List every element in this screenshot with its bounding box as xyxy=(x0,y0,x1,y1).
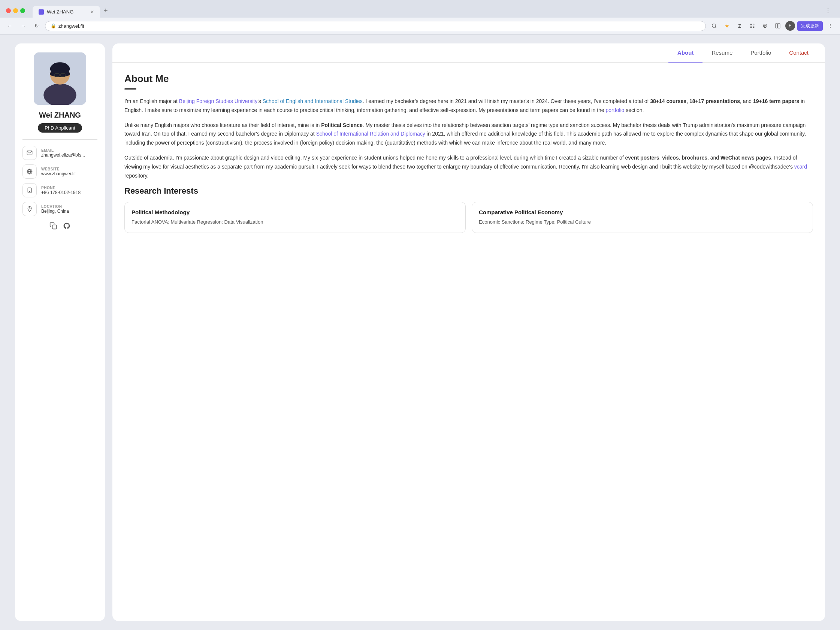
traffic-lights xyxy=(6,8,25,13)
contact-item-email: EMAIL zhangwei.eliza@bfs... xyxy=(22,146,98,160)
research-card-1-body: Factorial ANOVA; Multivariate Regression… xyxy=(131,218,459,226)
address-text: zhangwei.fit xyxy=(58,23,84,29)
research-interests-title: Research Interests xyxy=(125,186,813,196)
contact-item-website: WEBSITE www.zhangwei.fit xyxy=(22,164,98,178)
svg-point-0 xyxy=(712,24,715,27)
paragraph-1: I'm an English major at Beijing Foreign … xyxy=(125,97,813,115)
refresh-button[interactable]: ↻ xyxy=(32,21,42,31)
svg-rect-4 xyxy=(778,24,780,28)
reader-mode-button[interactable] xyxy=(760,21,770,31)
vcard-link[interactable]: vcard xyxy=(794,164,807,170)
website-label: WEBSITE xyxy=(41,167,76,171)
presentations-stat: 18+17 presentations xyxy=(689,98,740,104)
email-value: zhangwei.eliza@bfs... xyxy=(41,152,85,158)
wechat-text: WeChat news pages xyxy=(720,155,771,161)
content-area: About Me I'm an English major at Beijing… xyxy=(112,63,825,243)
split-view-button[interactable] xyxy=(772,21,783,31)
phone-icon-box xyxy=(22,183,37,197)
sird-link[interactable]: School of International Relation and Dip… xyxy=(316,131,425,137)
copy-link-button[interactable] xyxy=(49,222,57,232)
bookmark-button[interactable]: ★ xyxy=(722,21,732,31)
search-button[interactable] xyxy=(709,21,719,31)
svg-point-16 xyxy=(29,191,30,192)
nav-tabs: About Resume Portfolio Contact xyxy=(112,43,825,63)
email-label: EMAIL xyxy=(41,148,85,152)
user-avatar-button[interactable]: E xyxy=(785,21,795,31)
more-options-button[interactable]: ⋮ xyxy=(822,6,834,16)
brochures-text: brochures xyxy=(682,155,707,161)
profile-name: Wei ZHANG xyxy=(39,111,81,120)
sidebar-card: Wei ZHANG PhD Applicant EMAIL zhangwei.e… xyxy=(15,43,105,621)
tab-title: Wei ZHANG xyxy=(47,9,73,14)
tab-close-button[interactable]: ✕ xyxy=(90,9,94,14)
phone-label: PHONE xyxy=(41,186,81,190)
page-content: Wei ZHANG PhD Applicant EMAIL zhangwei.e… xyxy=(0,35,840,630)
research-card-2: Comparative Political Economy Economic S… xyxy=(472,202,813,233)
posters-text: event posters xyxy=(625,155,659,161)
email-icon-box xyxy=(22,146,37,160)
menu-button[interactable]: ⋮ xyxy=(825,21,835,31)
github-link-button[interactable] xyxy=(63,222,70,232)
svg-rect-15 xyxy=(28,188,31,193)
browser-toolbar: ← → ↻ 🔒 zhangwei.fit ★ Z xyxy=(0,17,840,34)
research-card-2-title: Comparative Political Economy xyxy=(479,209,806,215)
tab-contact[interactable]: Contact xyxy=(780,43,818,63)
profile-badge: PhD Applicant xyxy=(38,123,82,133)
svg-rect-18 xyxy=(52,225,57,229)
main-content: About Resume Portfolio Contact About Me … xyxy=(112,43,825,621)
maximize-window-button[interactable] xyxy=(20,8,25,13)
about-me-title: About Me xyxy=(125,73,813,85)
divider xyxy=(22,139,98,140)
paragraph-3: Outside of academia, I'm passionate abou… xyxy=(125,153,813,180)
contact-item-location: LOCATION Beijing, China xyxy=(22,202,98,216)
research-card-1: Political Methodology Factorial ANOVA; M… xyxy=(125,202,466,233)
svg-rect-3 xyxy=(775,24,777,28)
forward-button[interactable]: → xyxy=(18,21,28,31)
extensions-button[interactable] xyxy=(747,21,758,31)
title-underline xyxy=(125,88,136,90)
research-cards: Political Methodology Factorial ANOVA; M… xyxy=(125,202,813,233)
location-value: Beijing, China xyxy=(41,208,69,214)
location-icon-box xyxy=(22,202,37,216)
toolbar-actions: ★ Z E 完成更新 ⋮ xyxy=(709,21,835,31)
tab-favicon xyxy=(39,9,44,14)
contact-list: EMAIL zhangwei.eliza@bfs... WEBSITE www.… xyxy=(22,146,98,216)
back-button[interactable]: ← xyxy=(5,21,15,31)
svg-point-9 xyxy=(50,70,70,77)
phone-value: +86 178-0102-1918 xyxy=(41,190,81,195)
contact-item-phone: PHONE +86 178-0102-1918 xyxy=(22,183,98,197)
tab-portfolio[interactable]: Portfolio xyxy=(742,43,780,63)
poli-sci-text: Political Science xyxy=(321,122,363,128)
address-bar[interactable]: 🔒 zhangwei.fit xyxy=(45,21,706,31)
research-card-2-body: Economic Sanctions; Regime Type; Politic… xyxy=(479,218,806,226)
bfsu-link[interactable]: Beijing Foreign Studies University xyxy=(179,98,257,104)
browser-tab[interactable]: Wei ZHANG ✕ xyxy=(33,6,100,17)
portfolio-link[interactable]: portfolio xyxy=(606,107,625,113)
close-window-button[interactable] xyxy=(6,8,11,13)
paragraph-2: Unlike many English majors who choose li… xyxy=(125,121,813,148)
minimize-window-button[interactable] xyxy=(13,8,18,13)
social-links xyxy=(49,222,70,232)
location-label: LOCATION xyxy=(41,205,69,208)
globe-icon-box xyxy=(22,164,37,178)
school-link[interactable]: School of English and International Stud… xyxy=(263,98,363,104)
tab-resume[interactable]: Resume xyxy=(703,43,742,63)
videos-text: videos xyxy=(662,155,679,161)
website-value: www.zhangwei.fit xyxy=(41,171,76,177)
courses-stat: 38+14 courses xyxy=(650,98,686,104)
update-button[interactable]: 完成更新 xyxy=(797,21,823,31)
new-tab-button[interactable]: + xyxy=(100,4,112,17)
profile-photo xyxy=(34,52,86,105)
lock-icon: 🔒 xyxy=(51,23,56,28)
svg-line-1 xyxy=(715,27,716,28)
papers-stat: 19+16 term papers xyxy=(753,98,799,104)
zotero-button[interactable]: Z xyxy=(734,21,745,31)
tab-about[interactable]: About xyxy=(668,43,703,63)
research-card-1-title: Political Methodology xyxy=(131,209,459,215)
svg-point-17 xyxy=(29,207,30,208)
tab-bar: Wei ZHANG ✕ + xyxy=(33,4,819,17)
